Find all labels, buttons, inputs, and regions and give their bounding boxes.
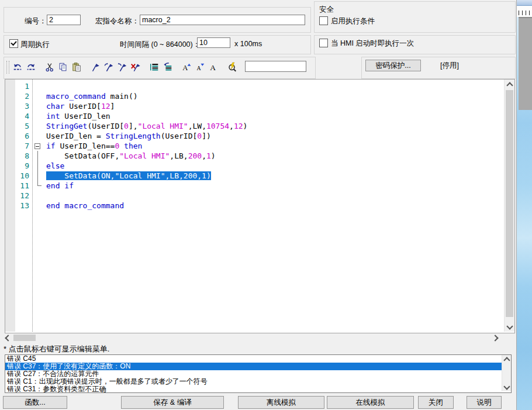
code-line[interactable]: 11end if [15,181,247,191]
scroll-down-icon[interactable] [503,383,510,390]
editor-horizontal-scrollbar[interactable] [3,333,501,342]
line-number: 13 [15,201,32,211]
horizontal-scroll-thumb[interactable] [13,335,36,341]
code-text: SetData(ON,"Local HMI",LB,200,1) [45,171,211,181]
scroll-down-icon[interactable] [506,323,513,329]
fold-column [32,111,45,121]
line-number: 7 [15,141,32,151]
editor-vertical-scrollbar[interactable] [504,80,514,332]
save-compile-button[interactable]: 保存 & 编译 [121,396,224,409]
help-button[interactable]: 说明 [467,396,502,409]
close-button[interactable]: 关闭 [418,396,454,409]
line-number: 8 [15,151,32,161]
macro-number-label: 编号： [25,16,47,26]
font-increase-icon[interactable]: A [181,61,192,73]
line-number: 3 [15,101,32,111]
paste-icon[interactable] [71,61,82,73]
fold-column [32,131,45,141]
background-window-edge [517,0,532,6]
run-on-startup-checkbox[interactable] [319,39,328,47]
undo-icon[interactable] [12,61,23,73]
code-line[interactable]: 7if UserID_len==0 then [15,141,247,151]
code-text: SetData(OFF,"Local HMI",LB,200,1) [45,151,216,161]
scroll-left-icon[interactable] [5,335,11,341]
enable-condition-checkbox[interactable] [319,16,328,25]
error-list-scrollbar[interactable] [502,355,511,391]
scroll-right-icon[interactable] [492,335,498,341]
scroll-up-icon[interactable] [506,82,513,88]
code-text: char UserID[12] [45,101,115,111]
font-decrease-icon[interactable]: A [194,61,206,73]
fold-column [32,201,45,211]
code-line[interactable]: 13end macro_command [15,201,247,211]
line-number: 6 [15,131,32,141]
scroll-up-icon[interactable] [503,357,510,363]
code-text: end macro_command [45,201,124,211]
security-group-label: 安全 [319,5,334,15]
code-line[interactable]: 5StringGet(UserID[0],"Local HMI",LW,1075… [15,121,247,131]
redo-icon[interactable] [25,61,37,73]
indent-icon[interactable] [148,61,160,73]
toolbar-icons: AAA [12,61,240,74]
fold-toggle-icon[interactable] [32,141,45,151]
copy-icon[interactable] [57,61,69,73]
error-list[interactable]: 错误 C45错误 C37：使用了没有定义的函数：ON错误 C27：不合法的运算元… [5,354,512,393]
code-text [45,191,46,201]
code-text: UserID_len = StringLength(UserID[0]) [45,131,211,141]
macro-name-input[interactable] [140,15,305,25]
functions-button[interactable]: 函数... [3,396,67,409]
line-number: 2 [15,91,32,101]
fold-column [32,91,45,101]
interval-label: 时间间隔 (0 ~ 864000)： [120,40,200,50]
code-line[interactable]: 10 SetData(ON,"Local HMI",LB,200,1) [15,171,247,181]
code-line[interactable]: 6UserID_len = StringLength(UserID[0]) [15,131,247,141]
bookmark-toggle-icon[interactable] [89,61,101,73]
svg-text:A: A [210,63,216,72]
line-number: 5 [15,121,32,131]
offline-simulation-button[interactable]: 离线模拟 [238,396,324,409]
search-input[interactable] [245,61,306,72]
code-line[interactable]: 8 SetData(OFF,"Local HMI",LB,200,1) [15,151,247,161]
code-text: if UserID_len==0 then [45,141,142,151]
code-line[interactable]: 9else [15,161,247,171]
svg-text:A: A [197,65,202,71]
code-text: StringGet(UserID[0],"Local HMI",LW,10754… [45,121,247,131]
code-line[interactable]: 12 [15,191,247,201]
background-window-body [519,17,532,110]
interval-input[interactable] [197,37,230,48]
editor-hint-text: * 点击鼠标右键可显示编辑菜单. [4,344,109,354]
online-simulation-button[interactable]: 在线模拟 [327,396,414,409]
periodic-checkbox[interactable] [9,39,18,48]
desktop-background [517,0,532,410]
ruler-ticks [519,11,531,15]
line-number: 10 [15,171,32,181]
password-protect-button[interactable]: 密码保护... [365,60,421,71]
bookmark-clear-icon[interactable] [130,61,141,73]
find-next-icon[interactable] [226,61,238,73]
editor-margin [5,80,15,332]
outdent-icon[interactable] [162,61,174,73]
code-line[interactable]: 2macro_command main() [15,91,247,101]
password-status-label: [停用] [440,61,459,71]
bookmark-prev-icon[interactable] [116,61,128,73]
fold-column [32,151,45,161]
line-number: 11 [15,181,32,191]
run-on-startup-label: 当 HMI 启动时即执行一次 [331,39,414,49]
error-list-item[interactable]: 错误 C31：参数资料类型不正确 [5,385,511,393]
svg-text:A: A [182,64,188,72]
fold-column [32,101,45,111]
periodic-label: 周期执行 [20,40,50,50]
toolbar-gripper[interactable] [6,61,9,74]
code-lines: 12macro_command main()3char UserID[12]4i… [15,81,247,211]
vertical-scroll-thumb[interactable] [506,90,513,317]
code-line[interactable]: 3char UserID[12] [15,101,247,111]
bookmark-next-icon[interactable] [103,61,115,73]
code-line[interactable]: 4int UserID_len [15,111,247,121]
macro-number-input[interactable] [47,15,81,25]
error-items: 错误 C45错误 C37：使用了没有定义的函数：ON错误 C27：不合法的运算元… [5,355,511,393]
cut-icon[interactable] [44,61,56,73]
code-editor[interactable]: 12macro_command main()3char UserID[12]4i… [5,79,515,333]
code-line[interactable]: 1 [15,81,247,91]
font-icon[interactable]: A [208,61,219,73]
code-text: else [45,161,64,171]
